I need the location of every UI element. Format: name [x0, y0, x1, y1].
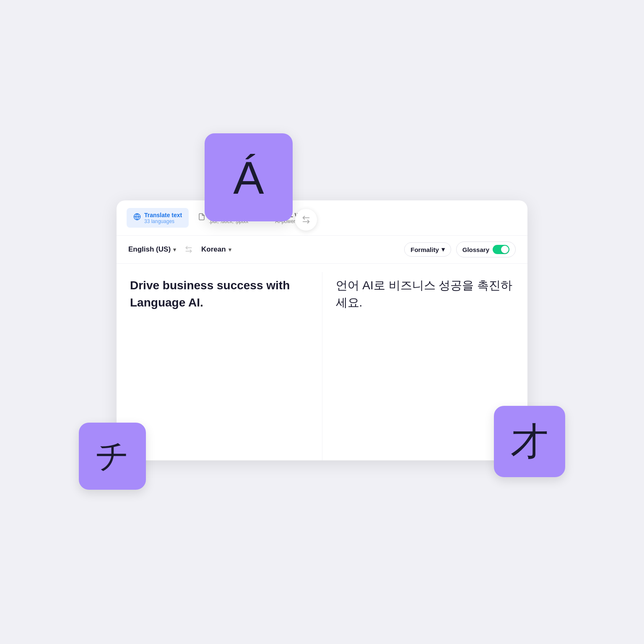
tile-bottom-left-char: チ: [95, 434, 130, 479]
translation-panels: Drive business success with Language AI.…: [117, 264, 527, 460]
source-lang-label: English (US): [128, 245, 171, 254]
tab-translate-text-sub: 33 languages: [144, 218, 182, 224]
source-text[interactable]: Drive business success with Language AI.: [130, 277, 309, 311]
source-lang-selector[interactable]: English (US) ▾: [128, 245, 176, 254]
tab-translate-text[interactable]: Translate text 33 languages: [127, 208, 189, 228]
source-lang-chevron: ▾: [173, 247, 176, 253]
tile-bottom-right: 才: [494, 406, 565, 477]
tile-top-char: Á: [233, 151, 264, 204]
swap-icon-float[interactable]: [295, 209, 317, 231]
formality-label: Formality: [410, 246, 439, 253]
globe-icon: [133, 213, 141, 223]
tile-top: Á: [205, 133, 293, 221]
target-lang-selector[interactable]: Korean ▾: [201, 245, 231, 254]
glossary-toggle[interactable]: [493, 245, 509, 254]
tab-translate-text-label: Translate text: [144, 212, 182, 218]
formality-chevron: ▾: [441, 246, 445, 253]
main-card: Translate text 33 languages Translate fi…: [117, 200, 527, 460]
tile-bottom-right-char: 才: [511, 416, 548, 467]
tabs-row: Translate text 33 languages Translate fi…: [117, 200, 527, 236]
glossary-button[interactable]: Glossary: [456, 242, 516, 257]
file-icon: [198, 213, 205, 223]
lang-bar: English (US) ▾ Korean ▾ Formality ▾: [117, 236, 527, 264]
target-lang-label: Korean: [201, 245, 226, 254]
main-scene: Á チ 才: [91, 150, 553, 494]
tile-bottom-left: チ: [79, 423, 146, 490]
lang-swap-button[interactable]: [181, 242, 196, 257]
target-lang-chevron: ▾: [229, 247, 231, 253]
formality-button[interactable]: Formality ▾: [404, 242, 451, 257]
target-text: 언어 AI로 비즈니스 성공을 촉진하세요.: [336, 277, 514, 311]
glossary-label: Glossary: [462, 246, 489, 253]
source-panel[interactable]: Drive business success with Language AI.: [117, 264, 322, 460]
